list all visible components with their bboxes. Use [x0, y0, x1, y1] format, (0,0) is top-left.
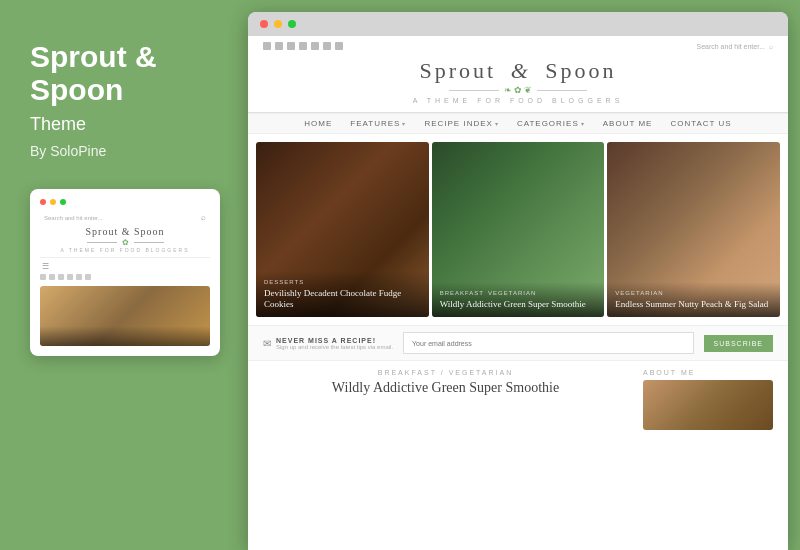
subscribe-desc: Sign up and receive the latest tips via … [276, 344, 393, 350]
subscribe-text-group: NEVER MISS A RECIPE! Sign up and receive… [276, 337, 393, 350]
post-category: BREAKFAST / VEGETARIAN [263, 369, 628, 376]
about-label: ABOUT ME [643, 369, 773, 376]
site-social-icon-6 [323, 42, 331, 50]
mobile-social-icon-6 [85, 274, 91, 280]
site-header: Search and hit enter... ⌕ Sprout & Spoon… [248, 36, 788, 113]
card-title-1: Devilishly Decadent Chocolate Fudge Cook… [264, 288, 421, 311]
mobile-search-icon: ⌕ [201, 213, 206, 222]
mobile-logo: Sprout & Spoon ✿ A THEME FOR FOOD BLOGGE… [40, 226, 210, 253]
site-logo-area: Sprout & Spoon ❧ ✿ ❦ A THEME FOR FOOD BL… [263, 54, 773, 108]
post-title-main[interactable]: Wildly Addictive Green Super Smoothie [263, 380, 628, 396]
site-logo-decoration: ❧ ✿ ❦ [263, 85, 773, 95]
card-overlay-3: VEGETARIAN Endless Summer Nutty Peach & … [607, 282, 780, 317]
mobile-image-placeholder [40, 286, 210, 346]
subscribe-left: ✉ NEVER MISS A RECIPE! Sign up and recei… [263, 337, 393, 350]
mobile-social-icon-2 [49, 274, 55, 280]
mobile-divider [40, 257, 210, 258]
card-tag-breakfast: BREAKFAST [440, 290, 484, 296]
site-social-icon-3 [287, 42, 295, 50]
mobile-dot-green [60, 199, 66, 205]
envelope-icon: ✉ [263, 338, 271, 349]
mobile-window-dots [40, 199, 210, 205]
card-title-3: Endless Summer Nutty Peach & Fig Salad [615, 299, 772, 311]
site-nav: HOME FEATURES ▾ RECIPE INDEX ▾ CATEGORIE… [248, 113, 788, 134]
site-logo-ampersand: & [511, 58, 531, 83]
bottom-main: BREAKFAST / VEGETARIAN Wildly Addictive … [263, 369, 628, 542]
site-search-icon[interactable]: ⌕ [769, 43, 773, 50]
subscribe-email-input[interactable] [403, 332, 693, 354]
theme-by: By SoloPine [30, 143, 218, 159]
featured-card-3[interactable]: VEGETARIAN Endless Summer Nutty Peach & … [607, 142, 780, 317]
mobile-search-bar: Search and hit enter... ⌕ [40, 213, 210, 222]
card-tags-2: BREAKFAST VEGETARIAN [440, 290, 597, 296]
about-image [643, 380, 773, 430]
mobile-image-overlay [40, 326, 210, 346]
mobile-social-icons [40, 274, 210, 280]
card-tag-desserts: DESSERTS [264, 279, 304, 285]
card-tags-3: VEGETARIAN [615, 290, 772, 296]
nav-item-categories[interactable]: CATEGORIES ▾ [517, 119, 585, 128]
featured-card-2[interactable]: BREAKFAST VEGETARIAN Wildly Addictive Gr… [432, 142, 605, 317]
left-panel: Sprout & Spoon Theme By SoloPine Search … [0, 0, 248, 550]
mobile-social-icon-5 [76, 274, 82, 280]
bottom-sidebar: ABOUT ME [643, 369, 773, 542]
site-logo-sub: A THEME FOR FOOD BLOGGERS [263, 97, 773, 104]
subscribe-button[interactable]: SUBSCRIBE [704, 335, 773, 352]
site-search-area[interactable]: Search and hit enter... ⌕ [697, 43, 774, 50]
site-social-icon-2 [275, 42, 283, 50]
nav-item-home[interactable]: HOME [304, 119, 332, 128]
site-bottom: BREAKFAST / VEGETARIAN Wildly Addictive … [248, 361, 788, 550]
website-content: Search and hit enter... ⌕ Sprout & Spoon… [248, 36, 788, 550]
browser-dot-red [260, 20, 268, 28]
browser-bar [248, 12, 788, 36]
nav-item-contact[interactable]: CONTACT US [670, 119, 731, 128]
site-social-icon-7 [335, 42, 343, 50]
nav-arrow-categories: ▾ [581, 120, 585, 127]
mobile-preview: Search and hit enter... ⌕ Sprout & Spoon… [30, 189, 220, 356]
theme-title: Sprout & Spoon [30, 40, 218, 106]
site-social-icon-4 [299, 42, 307, 50]
card-overlay-1: DESSERTS Devilishly Decadent Chocolate F… [256, 271, 429, 317]
mobile-leaves-icon: ✿ [122, 238, 129, 247]
browser-dot-green [288, 20, 296, 28]
site-social-icons [263, 42, 343, 50]
mobile-dot-red [40, 199, 46, 205]
card-title-2: Wildly Addictive Green Super Smoothie [440, 299, 597, 311]
mobile-logo-text: Sprout & Spoon [40, 226, 210, 237]
card-tags-1: DESSERTS [264, 279, 421, 285]
site-search-text: Search and hit enter... [697, 43, 766, 50]
nav-item-about[interactable]: ABOUT ME [603, 119, 653, 128]
mobile-search-text: Search and hit enter... [44, 215, 103, 221]
site-logo-main: Sprout & Spoon [263, 58, 773, 84]
mobile-nav-icon: ☰ [40, 262, 210, 271]
card-overlay-2: BREAKFAST VEGETARIAN Wildly Addictive Gr… [432, 282, 605, 317]
mobile-social-icon-4 [67, 274, 73, 280]
card-tag-vegetarian: VEGETARIAN [488, 290, 536, 296]
subscribe-bar: ✉ NEVER MISS A RECIPE! Sign up and recei… [248, 325, 788, 361]
site-top-bar: Search and hit enter... ⌕ [263, 42, 773, 50]
mobile-logo-subtitle: A THEME FOR FOOD BLOGGERS [40, 247, 210, 253]
nav-item-recipe-index[interactable]: RECIPE INDEX ▾ [424, 119, 498, 128]
featured-card-1[interactable]: DESSERTS Devilishly Decadent Chocolate F… [256, 142, 429, 317]
mobile-social-icon-3 [58, 274, 64, 280]
mobile-dot-yellow [50, 199, 56, 205]
nav-item-features[interactable]: FEATURES ▾ [350, 119, 406, 128]
nav-arrow-recipe: ▾ [495, 120, 499, 127]
subscribe-title: NEVER MISS A RECIPE! [276, 337, 393, 344]
card-tag-veg: VEGETARIAN [615, 290, 663, 296]
site-social-icon-1 [263, 42, 271, 50]
nav-arrow-features: ▾ [402, 120, 406, 127]
mobile-logo-decoration: ✿ [40, 238, 210, 247]
site-leaves-icon: ❧ ✿ ❦ [504, 85, 533, 95]
mobile-social-icon-1 [40, 274, 46, 280]
site-social-icon-5 [311, 42, 319, 50]
theme-subtitle: Theme [30, 114, 218, 135]
featured-grid: DESSERTS Devilishly Decadent Chocolate F… [248, 134, 788, 325]
browser-window: Search and hit enter... ⌕ Sprout & Spoon… [248, 12, 788, 550]
browser-dot-yellow [274, 20, 282, 28]
